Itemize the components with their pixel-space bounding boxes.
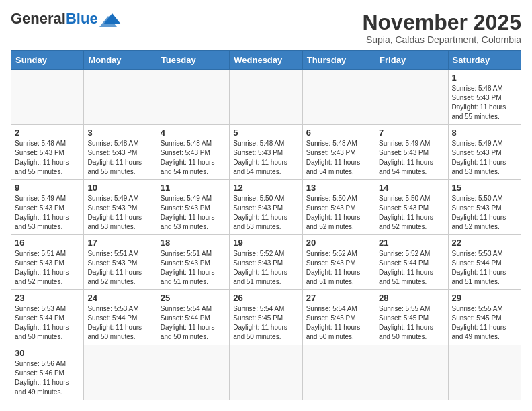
day-number: 28	[379, 293, 444, 303]
day-number: 25	[161, 293, 226, 303]
day-cell	[375, 70, 448, 125]
day-cell	[302, 70, 375, 125]
day-number: 7	[379, 128, 444, 138]
day-number: 18	[161, 238, 226, 248]
day-cell: 30Sunrise: 5:56 AM Sunset: 5:46 PM Dayli…	[11, 345, 84, 400]
day-cell: 26Sunrise: 5:54 AM Sunset: 5:45 PM Dayli…	[230, 290, 302, 345]
day-cell	[375, 345, 448, 400]
day-info: Sunrise: 5:51 AM Sunset: 5:43 PM Dayligh…	[87, 249, 152, 287]
day-number: 2	[15, 128, 80, 138]
day-cell	[11, 70, 84, 125]
day-info: Sunrise: 5:52 AM Sunset: 5:43 PM Dayligh…	[306, 249, 371, 287]
day-cell: 18Sunrise: 5:51 AM Sunset: 5:43 PM Dayli…	[157, 235, 229, 290]
day-cell: 14Sunrise: 5:50 AM Sunset: 5:43 PM Dayli…	[375, 180, 448, 235]
week-row-3: 16Sunrise: 5:51 AM Sunset: 5:43 PM Dayli…	[11, 235, 521, 290]
day-number: 30	[15, 348, 80, 358]
day-number: 12	[233, 183, 298, 193]
day-cell: 27Sunrise: 5:54 AM Sunset: 5:45 PM Dayli…	[302, 290, 375, 345]
weekday-header-row: SundayMondayTuesdayWednesdayThursdayFrid…	[11, 51, 521, 70]
weekday-header-thursday: Thursday	[302, 51, 375, 70]
day-info: Sunrise: 5:56 AM Sunset: 5:46 PM Dayligh…	[15, 359, 80, 397]
day-cell: 8Sunrise: 5:49 AM Sunset: 5:43 PM Daylig…	[448, 125, 521, 180]
day-cell: 3Sunrise: 5:48 AM Sunset: 5:43 PM Daylig…	[84, 125, 157, 180]
month-title: November 2025	[362, 11, 521, 34]
week-row-1: 2Sunrise: 5:48 AM Sunset: 5:43 PM Daylig…	[11, 125, 521, 180]
day-info: Sunrise: 5:48 AM Sunset: 5:43 PM Dayligh…	[161, 139, 226, 177]
day-cell	[302, 345, 375, 400]
day-info: Sunrise: 5:48 AM Sunset: 5:43 PM Dayligh…	[15, 139, 80, 177]
day-cell: 21Sunrise: 5:52 AM Sunset: 5:44 PM Dayli…	[375, 235, 448, 290]
day-info: Sunrise: 5:48 AM Sunset: 5:43 PM Dayligh…	[452, 84, 517, 122]
day-number: 23	[15, 293, 80, 303]
day-cell: 10Sunrise: 5:49 AM Sunset: 5:43 PM Dayli…	[84, 180, 157, 235]
day-cell: 19Sunrise: 5:52 AM Sunset: 5:43 PM Dayli…	[230, 235, 302, 290]
logo-text: GeneralBlue	[11, 11, 98, 26]
calendar: SundayMondayTuesdayWednesdayThursdayFrid…	[11, 50, 521, 400]
week-row-5: 30Sunrise: 5:56 AM Sunset: 5:46 PM Dayli…	[11, 345, 521, 400]
day-cell: 22Sunrise: 5:53 AM Sunset: 5:44 PM Dayli…	[448, 235, 521, 290]
day-number: 5	[233, 128, 298, 138]
day-number: 10	[87, 183, 152, 193]
day-info: Sunrise: 5:48 AM Sunset: 5:43 PM Dayligh…	[87, 139, 152, 177]
day-cell	[84, 345, 157, 400]
day-info: Sunrise: 5:49 AM Sunset: 5:43 PM Dayligh…	[87, 194, 152, 232]
day-cell: 2Sunrise: 5:48 AM Sunset: 5:43 PM Daylig…	[11, 125, 84, 180]
day-cell: 11Sunrise: 5:49 AM Sunset: 5:43 PM Dayli…	[157, 180, 229, 235]
day-number: 27	[306, 293, 371, 303]
day-number: 11	[161, 183, 226, 193]
day-info: Sunrise: 5:53 AM Sunset: 5:44 PM Dayligh…	[452, 249, 517, 287]
day-cell: 25Sunrise: 5:54 AM Sunset: 5:44 PM Dayli…	[157, 290, 229, 345]
day-number: 15	[452, 183, 517, 193]
day-cell: 6Sunrise: 5:48 AM Sunset: 5:43 PM Daylig…	[302, 125, 375, 180]
weekday-header-saturday: Saturday	[448, 51, 521, 70]
day-cell	[84, 70, 157, 125]
header: GeneralBlue November 2025 Supia, Caldas …	[11, 11, 521, 45]
day-number: 19	[233, 238, 298, 248]
day-cell: 20Sunrise: 5:52 AM Sunset: 5:43 PM Dayli…	[302, 235, 375, 290]
logo-blue: Blue	[66, 10, 98, 27]
day-number: 8	[452, 128, 517, 138]
weekday-header-tuesday: Tuesday	[157, 51, 229, 70]
day-info: Sunrise: 5:51 AM Sunset: 5:43 PM Dayligh…	[15, 249, 80, 287]
day-cell: 23Sunrise: 5:53 AM Sunset: 5:44 PM Dayli…	[11, 290, 84, 345]
day-number: 3	[87, 128, 152, 138]
day-cell: 16Sunrise: 5:51 AM Sunset: 5:43 PM Dayli…	[11, 235, 84, 290]
day-number: 16	[15, 238, 80, 248]
day-info: Sunrise: 5:48 AM Sunset: 5:43 PM Dayligh…	[306, 139, 371, 177]
day-cell: 13Sunrise: 5:50 AM Sunset: 5:43 PM Dayli…	[302, 180, 375, 235]
day-info: Sunrise: 5:52 AM Sunset: 5:44 PM Dayligh…	[379, 249, 444, 287]
day-number: 6	[306, 128, 371, 138]
day-number: 17	[87, 238, 152, 248]
day-info: Sunrise: 5:49 AM Sunset: 5:43 PM Dayligh…	[161, 194, 226, 232]
day-number: 13	[306, 183, 371, 193]
day-cell	[230, 70, 302, 125]
day-cell: 12Sunrise: 5:50 AM Sunset: 5:43 PM Dayli…	[230, 180, 302, 235]
day-cell: 29Sunrise: 5:55 AM Sunset: 5:45 PM Dayli…	[448, 290, 521, 345]
week-row-0: 1Sunrise: 5:48 AM Sunset: 5:43 PM Daylig…	[11, 70, 521, 125]
subtitle: Supia, Caldas Department, Colombia	[362, 34, 521, 45]
day-cell: 1Sunrise: 5:48 AM Sunset: 5:43 PM Daylig…	[448, 70, 521, 125]
weekday-header-sunday: Sunday	[11, 51, 84, 70]
day-info: Sunrise: 5:55 AM Sunset: 5:45 PM Dayligh…	[379, 304, 444, 342]
day-number: 9	[15, 183, 80, 193]
day-number: 22	[452, 238, 517, 248]
day-info: Sunrise: 5:54 AM Sunset: 5:45 PM Dayligh…	[306, 304, 371, 342]
day-info: Sunrise: 5:55 AM Sunset: 5:45 PM Dayligh…	[452, 304, 517, 342]
day-cell: 24Sunrise: 5:53 AM Sunset: 5:44 PM Dayli…	[84, 290, 157, 345]
day-cell: 15Sunrise: 5:50 AM Sunset: 5:43 PM Dayli…	[448, 180, 521, 235]
day-number: 21	[379, 238, 444, 248]
day-number: 4	[161, 128, 226, 138]
day-info: Sunrise: 5:52 AM Sunset: 5:43 PM Dayligh…	[233, 249, 298, 287]
weekday-header-wednesday: Wednesday	[230, 51, 302, 70]
day-number: 1	[452, 73, 517, 83]
day-number: 24	[87, 293, 152, 303]
title-area: November 2025 Supia, Caldas Department, …	[362, 11, 521, 45]
day-info: Sunrise: 5:50 AM Sunset: 5:43 PM Dayligh…	[233, 194, 298, 232]
day-info: Sunrise: 5:50 AM Sunset: 5:43 PM Dayligh…	[452, 194, 517, 232]
day-cell: 4Sunrise: 5:48 AM Sunset: 5:43 PM Daylig…	[157, 125, 229, 180]
day-info: Sunrise: 5:49 AM Sunset: 5:43 PM Dayligh…	[15, 194, 80, 232]
day-number: 20	[306, 238, 371, 248]
day-info: Sunrise: 5:48 AM Sunset: 5:43 PM Dayligh…	[233, 139, 298, 177]
day-cell: 9Sunrise: 5:49 AM Sunset: 5:43 PM Daylig…	[11, 180, 84, 235]
day-info: Sunrise: 5:50 AM Sunset: 5:43 PM Dayligh…	[306, 194, 371, 232]
